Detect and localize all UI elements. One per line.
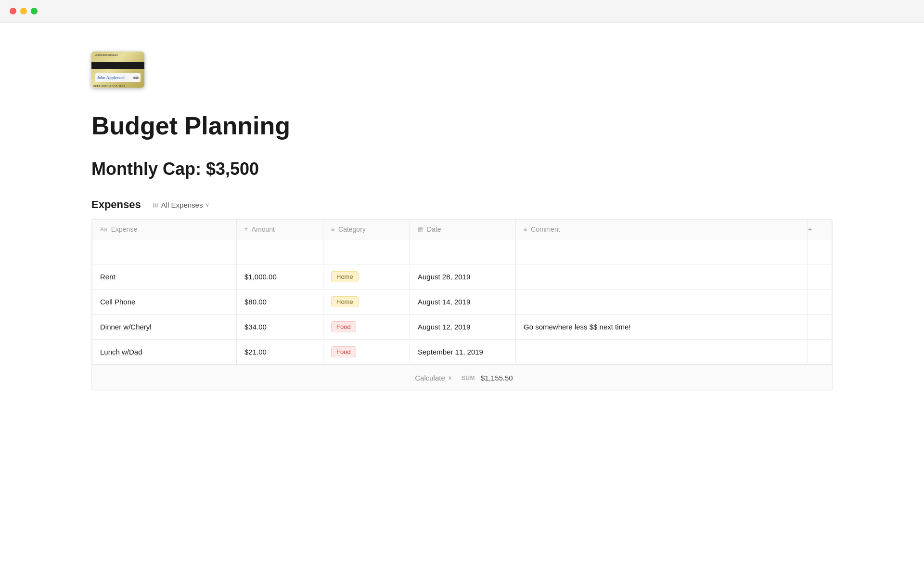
chevron-down-icon: ∨ <box>205 202 209 208</box>
expense-comment-cell <box>516 264 808 289</box>
calendar-icon: ▦ <box>418 226 423 233</box>
col-header-expense: Aa Expense <box>92 220 237 239</box>
calculate-label: Calculate <box>415 374 445 382</box>
list-icon: ≡ <box>331 226 334 233</box>
col-category-label: Category <box>338 225 366 233</box>
table-row[interactable] <box>92 239 832 264</box>
sum-label: SUM <box>462 375 475 381</box>
expense-comment-cell <box>516 289 808 315</box>
table-row[interactable]: Dinner w/Cheryl $34.00 Food August 12, 2… <box>92 315 832 340</box>
maximize-button[interactable] <box>31 8 38 14</box>
empty-add-cell <box>808 239 832 264</box>
col-comment-label: Comment <box>531 225 560 233</box>
empty-amount-cell <box>237 239 323 264</box>
main-content: Authorized Signature John Appleseed 448 … <box>0 23 924 439</box>
col-amount-label: Amount <box>252 225 275 233</box>
category-tag: Food <box>331 346 356 357</box>
table-icon: ⊞ <box>153 201 158 209</box>
table-row[interactable]: Rent $1,000.00 Home August 28, 2019 <box>92 264 832 289</box>
table-footer: Calculate ∨ SUM $1,155.50 <box>92 365 832 391</box>
card-auth-text: Authorized Signature <box>95 53 118 56</box>
empty-comment-cell <box>516 239 808 264</box>
col-header-comment: ≡ Comment <box>516 220 808 239</box>
page-title: Budget Planning <box>91 112 833 140</box>
window-titlebar <box>0 0 924 23</box>
table-header-row: Aa Expense # Amount ≡ Category <box>92 220 832 239</box>
col-header-amount: # Amount <box>237 220 323 239</box>
expense-date-cell: September 11, 2019 <box>410 340 516 365</box>
expense-date-cell: August 28, 2019 <box>410 264 516 289</box>
number-icon: # <box>244 226 248 233</box>
comment-list-icon: ≡ <box>524 226 527 233</box>
sum-value: $1,155.50 <box>481 374 513 382</box>
filter-button[interactable]: ⊞ All Expenses ∨ <box>149 199 214 211</box>
empty-date-cell <box>410 239 516 264</box>
card-number: EEEF EEF5 GOOD JFZE <box>93 85 142 88</box>
col-header-date: ▦ Date <box>410 220 516 239</box>
expense-amount-cell: $34.00 <box>237 315 323 340</box>
calculate-button[interactable]: Calculate ∨ <box>411 372 456 384</box>
row-add-cell <box>808 264 832 289</box>
row-add-cell <box>808 340 832 365</box>
expense-comment-cell: Go somewhere less $$ next time! <box>516 315 808 340</box>
col-date-label: Date <box>427 225 441 233</box>
card-cvv: 448 <box>133 76 139 79</box>
expense-name-cell[interactable]: Dinner w/Cheryl <box>92 315 237 340</box>
expense-name-cell[interactable]: Cell Phone <box>92 289 237 315</box>
expense-date-cell: August 12, 2019 <box>410 315 516 340</box>
expense-category-cell[interactable]: Food <box>323 340 410 365</box>
calculate-chevron-icon: ∨ <box>448 375 452 381</box>
expenses-header: Expenses ⊞ All Expenses ∨ <box>91 198 833 211</box>
expense-date-cell: August 14, 2019 <box>410 289 516 315</box>
credit-card-visual: Authorized Signature John Appleseed 448 … <box>91 52 144 88</box>
expense-category-cell[interactable]: Home <box>323 264 410 289</box>
category-tag: Food <box>331 321 356 332</box>
expense-table: Aa Expense # Amount ≡ Category <box>92 219 832 365</box>
monthly-cap: Monthly Cap: $3,500 <box>91 159 833 179</box>
expense-amount-cell: $1,000.00 <box>237 264 323 289</box>
expense-name-cell[interactable]: Lunch w/Dad <box>92 340 237 365</box>
expenses-label: Expenses <box>91 198 141 211</box>
card-name: John Appleseed <box>97 75 133 80</box>
row-add-cell <box>808 289 832 315</box>
category-tag: Home <box>331 296 359 307</box>
row-add-cell <box>808 315 832 340</box>
col-expense-label: Expense <box>111 225 137 233</box>
table-row[interactable]: Cell Phone $80.00 Home August 14, 2019 <box>92 289 832 315</box>
card-signature-area: John Appleseed 448 <box>95 73 141 82</box>
text-icon: Aa <box>100 226 107 233</box>
filter-label: All Expenses <box>161 201 203 209</box>
col-header-category: ≡ Category <box>323 220 410 239</box>
add-column-button[interactable]: + <box>808 220 832 239</box>
expense-amount-cell: $21.00 <box>237 340 323 365</box>
minimize-button[interactable] <box>20 8 27 14</box>
expense-table-wrapper: Aa Expense # Amount ≡ Category <box>91 219 833 391</box>
expense-amount-cell: $80.00 <box>237 289 323 315</box>
expense-category-cell[interactable]: Food <box>323 315 410 340</box>
table-row[interactable]: Lunch w/Dad $21.00 Food September 11, 20… <box>92 340 832 365</box>
empty-category-cell <box>323 239 410 264</box>
credit-card-image: Authorized Signature John Appleseed 448 … <box>91 52 144 89</box>
close-button[interactable] <box>10 8 16 14</box>
expense-name-cell[interactable]: Rent <box>92 264 237 289</box>
expense-category-cell[interactable]: Home <box>323 289 410 315</box>
expense-comment-cell <box>516 340 808 365</box>
category-tag: Home <box>331 271 359 282</box>
empty-expense-cell <box>92 239 237 264</box>
